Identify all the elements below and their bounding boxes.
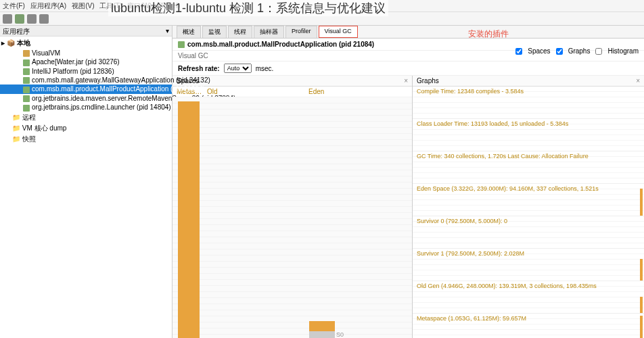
graph-eden: Eden Space (3.322G, 239.000M): 94.160M, …	[413, 184, 644, 216]
graphs-pane: Graphs× Compile Time: 12348 compiles - 3…	[413, 76, 644, 338]
main-area: 应用程序 ▾ ▸ 📦 本地 VisualVM Apache[Water.jar …	[0, 26, 644, 338]
tool-add-icon[interactable]	[15, 14, 24, 24]
legend-spaces-label: Spaces	[528, 47, 550, 55]
tree-remote[interactable]: 📁 远程	[0, 112, 172, 123]
sidebar: 应用程序 ▾ ▸ 📦 本地 VisualVM Apache[Water.jar …	[0, 26, 172, 338]
tree-vmdump[interactable]: 📁 VM 核心 dump	[0, 123, 172, 134]
refresh-label: Refresh rate:	[178, 65, 220, 72]
tree-item-visualvm[interactable]: VisualVM	[0, 49, 172, 57]
tab-threads[interactable]: 线程	[228, 26, 252, 38]
plugin-annotation: 安装的插件	[468, 28, 509, 40]
graph-survivor1: Survivor 1 (792.500M, 2.500M): 2.028M	[413, 249, 644, 281]
graph-s1-bar	[640, 259, 643, 281]
tree-item-gateway[interactable]: com.msb.mall.gateway.MallGatewayApplicat…	[0, 76, 172, 84]
split-panes: Spaces× Metas… Old Eden S0 S1	[172, 76, 644, 338]
graph-compile-time: Compile Time: 12348 compiles - 3.584s	[413, 87, 644, 119]
graphs-header: Graphs×	[413, 76, 644, 87]
graphs-close-icon[interactable]: ×	[636, 77, 640, 84]
tree-root-local[interactable]: ▸ 📦 本地	[0, 38, 172, 49]
breadcrumb-text: com.msb.mall.product.MallProductApplicat…	[187, 41, 374, 48]
tab-overview[interactable]: 概述	[177, 26, 201, 38]
space-bar-meta	[178, 101, 200, 338]
graph-metaspace: Metaspace (1.053G, 61.125M): 59.657M	[413, 314, 644, 338]
graphs-body: Compile Time: 12348 compiles - 3.584s Cl…	[413, 87, 644, 338]
sidebar-header-label: 应用程序	[3, 27, 30, 34]
legend-histogram-check[interactable]	[595, 48, 602, 55]
legend-graphs-label: Graphs	[568, 47, 591, 55]
tab-sampler[interactable]: 抽样器	[254, 26, 284, 38]
label-s0: S0	[336, 331, 344, 338]
tree-item-intellij[interactable]: IntelliJ Platform (pid 12836)	[0, 67, 172, 76]
menu-view[interactable]: 视图(V)	[72, 1, 94, 11]
tool-snapshot-icon[interactable]	[27, 14, 37, 24]
content-area: 概述 监视 线程 抽样器 Profiler Visual GC 安装的插件 co…	[172, 26, 644, 338]
tree-snapshot[interactable]: 📁 快照	[0, 134, 172, 145]
tree-item-jps[interactable]: org.jetbrains.jps.cmdline.Launcher (pid …	[0, 103, 172, 112]
tree-item-maven[interactable]: org.jetbrains.idea.maven.server.RemoteMa…	[0, 94, 172, 103]
refresh-unit: msec.	[256, 65, 274, 72]
tool-settings-icon[interactable]	[39, 14, 49, 24]
tab-visualgc[interactable]: Visual GC	[319, 26, 358, 38]
legend-spaces-check[interactable]	[515, 48, 522, 55]
graph-meta-bar	[640, 316, 643, 338]
label-eden: Eden	[308, 88, 339, 95]
sidebar-header: 应用程序 ▾	[0, 26, 172, 37]
process-tree: ▸ 📦 本地 VisualVM Apache[Water.jar (pid 30…	[0, 37, 172, 146]
graph-survivor0: Survivor 0 (792.500M, 5.000M): 0	[413, 216, 644, 249]
legend-histogram-label: Histogram	[607, 47, 639, 55]
menu-app[interactable]: 应用程序(A)	[30, 1, 66, 11]
sidebar-collapse-icon[interactable]: ▾	[166, 27, 169, 34]
page-overlay-title: lubuntu检测1-lubuntu 检测 1：系统信息与优化建议	[108, 0, 388, 16]
legend: Spaces Graphs Histogram	[515, 47, 639, 55]
tab-profiler[interactable]: Profiler	[285, 26, 317, 38]
survivor-bar-s0-empty	[309, 331, 335, 338]
spaces-close-icon[interactable]: ×	[404, 77, 408, 84]
space-survivor-rows: S0 S1	[309, 323, 344, 338]
refresh-row: Refresh rate: Auto msec.	[172, 62, 644, 76]
app-icon	[178, 41, 185, 48]
legend-graphs-check[interactable]	[556, 48, 563, 55]
tool-open-icon[interactable]	[3, 14, 12, 24]
spaces-pane: Spaces× Metas… Old Eden S0 S1	[172, 76, 413, 338]
graph-eden-bar	[640, 189, 643, 216]
menu-file[interactable]: 文件(F)	[3, 1, 25, 11]
tree-item-product-selected[interactable]: com.msb.mall.product.MallProductApplicat…	[0, 84, 172, 93]
graph-oldgen: Old Gen (4.946G, 248.000M): 139.319M, 3 …	[413, 281, 644, 314]
survivor-bar-eden	[309, 323, 335, 330]
spaces-chart: S0 S1	[172, 97, 412, 338]
tree-item-apache[interactable]: Apache[Water.jar (pid 30276)	[0, 57, 172, 66]
graph-gc-time: GC Time: 340 collections, 1.720s Last Ca…	[413, 151, 644, 184]
graph-classloader: Class Loader Time: 13193 loaded, 15 unlo…	[413, 119, 644, 151]
tab-bar: 概述 监视 线程 抽样器 Profiler Visual GC 安装的插件	[172, 26, 644, 39]
graph-old-bar	[640, 297, 643, 313]
refresh-select[interactable]: Auto	[224, 64, 252, 73]
tab-monitor[interactable]: 监视	[202, 26, 227, 38]
